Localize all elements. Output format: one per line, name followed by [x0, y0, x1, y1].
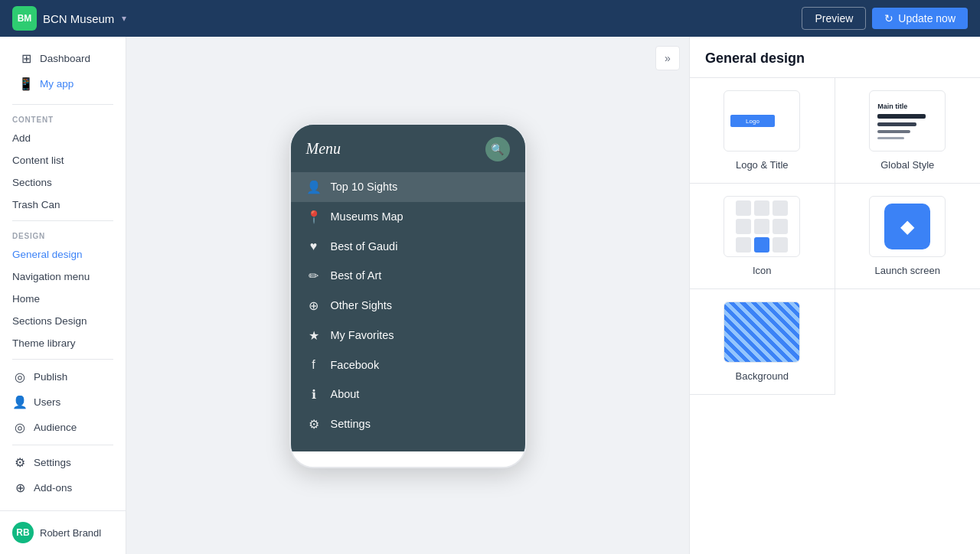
design-card-icon[interactable]: Icon: [690, 184, 835, 289]
menu-item-facebook[interactable]: f Facebook: [291, 350, 525, 380]
menu-item-top-10-sights[interactable]: 👤 Top 10 Sights: [291, 172, 525, 202]
menu-item-icon: ℹ: [306, 387, 322, 402]
design-card-preview-global-style: Main title: [869, 90, 946, 152]
user-name-label: Robert Brandl: [40, 527, 101, 539]
menu-item-icon: ★: [306, 328, 322, 343]
topbar: BM BCN Museum ▾ Preview ↻ Update now: [0, 0, 980, 37]
audience-icon: ◎: [12, 420, 28, 435]
topbar-right: Preview ↻ Update now: [802, 7, 968, 30]
menu-item-best-of-art[interactable]: ✏ Best of Art: [291, 261, 525, 291]
design-card-preview-icon: [724, 196, 800, 257]
sidebar-item-add-ons[interactable]: ⊕ Add-ons: [6, 475, 119, 500]
content-section-label: CONTENT: [0, 109, 126, 127]
menu-item-label: Best of Art: [331, 269, 382, 282]
refresh-icon: ↻: [884, 12, 893, 24]
users-icon: 👤: [12, 395, 28, 409]
sidebar-item-general-design[interactable]: General design: [6, 243, 119, 266]
app-name-label: BCN Museum: [43, 12, 114, 25]
phone-mockup: Menu 🔍 👤 Top 10 Sights 📍 Museums Map ♥ B…: [289, 123, 527, 468]
user-profile-item[interactable]: RB Robert Brandl: [9, 517, 116, 548]
sidebar-item-settings[interactable]: ⚙ Settings: [6, 450, 119, 475]
menu-item-about[interactable]: ℹ About: [291, 380, 525, 409]
app-logo: BM: [12, 6, 37, 31]
design-card-label-icon: Icon: [753, 265, 772, 276]
menu-item-label: Museums Map: [331, 210, 403, 223]
dashboard-icon: ⊞: [18, 51, 34, 66]
expand-icon: »: [665, 52, 671, 64]
sidebar-item-trash-can[interactable]: Trash Can: [6, 194, 119, 216]
menu-item-my-favorites[interactable]: ★ My Favorites: [291, 321, 525, 350]
menu-item-best-of-gaudi[interactable]: ♥ Best of Gaudi: [291, 232, 525, 261]
sidebar-item-my-app[interactable]: 📱 My app: [12, 71, 113, 96]
design-card-launch-screen[interactable]: ◆ Launch screen: [835, 184, 981, 289]
sidebar-item-home[interactable]: Home: [6, 288, 119, 310]
settings-icon: ⚙: [12, 455, 28, 470]
app-name-chevron-icon[interactable]: ▾: [122, 13, 126, 24]
phone-screen: Menu 🔍 👤 Top 10 Sights 📍 Museums Map ♥ B…: [291, 125, 525, 451]
design-grid: Logo Logo & Title Main title Global Styl…: [690, 78, 980, 395]
menu-item-icon: ♥: [306, 240, 322, 253]
menu-item-label: Facebook: [331, 359, 380, 371]
phone-menu-overlay: Menu 🔍 👤 Top 10 Sights 📍 Museums Map ♥ B…: [291, 125, 525, 451]
topbar-left: BM BCN Museum ▾: [12, 6, 126, 31]
menu-item-label: Best of Gaudi: [331, 240, 398, 253]
menu-item-label: Top 10 Sights: [331, 181, 398, 193]
menu-item-label: Other Sights: [331, 299, 393, 311]
preview-button[interactable]: Preview: [802, 7, 866, 30]
sidebar-item-users[interactable]: 👤 Users: [6, 389, 119, 415]
sidebar-item-navigation-menu[interactable]: Navigation menu: [6, 266, 119, 288]
sidebar-divider-3: [12, 359, 113, 360]
sidebar-item-dashboard[interactable]: ⊞ Dashboard: [12, 46, 113, 71]
user-avatar: RB: [12, 522, 34, 543]
design-card-background[interactable]: Background: [690, 289, 835, 395]
menu-item-museums-map[interactable]: 📍 Museums Map: [291, 202, 525, 232]
sidebar-divider-4: [12, 445, 113, 445]
menu-item-icon: ⚙: [306, 417, 322, 432]
menu-item-icon: 👤: [306, 180, 322, 194]
sidebar-item-add[interactable]: Add: [6, 127, 119, 149]
my-app-icon: 📱: [18, 77, 34, 91]
right-panel-title: General design: [690, 37, 980, 78]
menu-search-icon[interactable]: 🔍: [485, 137, 510, 161]
add-ons-icon: ⊕: [12, 481, 28, 495]
design-section-label: DESIGN: [0, 226, 126, 243]
sidebar-item-sections-design[interactable]: Sections Design: [6, 310, 119, 332]
menu-title: Menu: [306, 140, 341, 158]
design-card-preview-logo-title: Logo: [724, 90, 800, 152]
sidebar-divider-1: [12, 104, 113, 105]
publish-icon: ◎: [12, 370, 28, 384]
design-card-global-style[interactable]: Main title Global Style: [835, 78, 981, 184]
sidebar-item-sections[interactable]: Sections: [6, 171, 119, 194]
expand-button[interactable]: »: [655, 46, 680, 70]
menu-item-icon: 📍: [306, 210, 322, 224]
menu-item-label: My Favorites: [331, 329, 394, 341]
menu-item-other-sights[interactable]: ⊕ Other Sights: [291, 291, 525, 321]
sidebar: ⊞ Dashboard 📱 My app CONTENT Add Content…: [0, 37, 126, 554]
sidebar-item-theme-library[interactable]: Theme library: [6, 332, 119, 354]
design-card-logo-title[interactable]: Logo Logo & Title: [690, 78, 835, 184]
sidebar-divider-2: [12, 220, 113, 221]
menu-header: Menu 🔍: [291, 125, 525, 169]
menu-item-settings[interactable]: ⚙ Settings: [291, 409, 525, 439]
update-now-button[interactable]: ↻ Update now: [872, 8, 968, 29]
design-card-label-background: Background: [736, 370, 789, 382]
menu-item-icon: ✏: [306, 269, 322, 283]
menu-item-label: Settings: [331, 418, 371, 430]
design-card-preview-launch-screen: ◆: [869, 196, 946, 257]
menu-item-label: About: [331, 388, 360, 400]
design-card-label-launch-screen: Launch screen: [875, 265, 940, 276]
sidebar-top-section: ⊞ Dashboard 📱 My app: [0, 37, 126, 99]
sidebar-item-audience[interactable]: ◎ Audience: [6, 415, 119, 440]
sidebar-bottom: RB Robert Brandl: [0, 510, 126, 554]
design-card-label-logo-title: Logo & Title: [736, 159, 789, 171]
sidebar-item-publish[interactable]: ◎ Publish: [6, 364, 119, 389]
menu-item-icon: f: [306, 358, 322, 372]
center-area: » Menu 🔍 👤 Top 10 Sights 📍 Museums Map ♥…: [126, 37, 689, 554]
phone-bottom-bar: [291, 451, 525, 467]
main-layout: ⊞ Dashboard 📱 My app CONTENT Add Content…: [0, 37, 980, 554]
menu-item-icon: ⊕: [306, 298, 322, 313]
sidebar-item-content-list[interactable]: Content list: [6, 149, 119, 171]
right-panel: General design Logo Logo & Title Main ti…: [689, 37, 980, 554]
design-card-preview-background: [724, 301, 800, 363]
design-card-label-global-style: Global Style: [880, 159, 934, 171]
